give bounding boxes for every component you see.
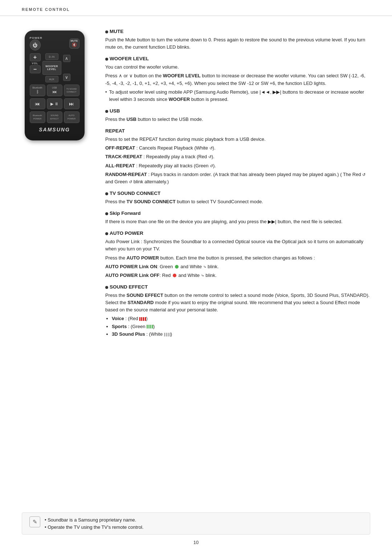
aux-label: AUX <box>49 78 54 81</box>
skip-forward-title: Skip Forward <box>110 210 141 216</box>
mute-label: MUTE <box>71 40 78 42</box>
note-icon: ✎ <box>29 516 40 527</box>
section-title: REMOTE CONTROL <box>22 7 70 12</box>
repeat-body: Press to set the REPEAT function during … <box>105 136 370 185</box>
next-button[interactable]: ⏭ <box>64 98 79 109</box>
woofer-callout-dot <box>105 58 108 61</box>
auto-power-callout-dot <box>105 232 108 235</box>
auto-power-desc: Press the AUTO POWER button. Each time t… <box>105 254 370 262</box>
note-item-1: • Soundbar is a Samsung proprietary name… <box>45 516 143 524</box>
remote-vol-row: + VOL − D.IN WOOFER LEVEL AUX <box>30 53 79 82</box>
woofer-up-button[interactable]: ∧ <box>63 55 70 62</box>
tv-sound-connect-button[interactable]: TV SOUND CONNECT <box>64 85 79 96</box>
sound-effect-text: Press the SOUND EFFECT button on the rem… <box>105 292 370 314</box>
page-header: REMOTE CONTROL <box>0 0 392 16</box>
auto-power-on: AUTO POWER Link ON: Green and White ⤷ bl… <box>105 263 370 270</box>
din-label: D.IN <box>49 56 55 58</box>
off-repeat-text: OFF-REPEAT : Cancels Repeat Playback (Wh… <box>105 144 370 152</box>
usb-title: USB <box>110 108 120 114</box>
usb-section: USB Press the USB button to select the U… <box>105 108 370 123</box>
woofer-arrows: ∧ ∨ <box>63 53 70 82</box>
track-repeat-text: TRACK-REPEAT : Repeatedly play a track (… <box>105 153 370 160</box>
mute-button[interactable]: MUTE 🔇 <box>69 38 79 49</box>
woofer-down-button[interactable]: ∨ <box>63 74 70 81</box>
voice-item: Voice : (Red ) <box>112 315 370 322</box>
auto-power-title: AUTO POWER <box>110 230 143 236</box>
play-pause-button[interactable]: ▶ ⏸ <box>47 98 62 109</box>
note-content: • Soundbar is a Samsung proprietary name… <box>45 516 143 531</box>
skip-forward-body: If there is more than one file on the de… <box>105 218 370 225</box>
usb-label: USB <box>52 86 57 89</box>
remote-power-row: POWER ⏻ MUTE 🔇 <box>30 36 79 50</box>
auto-power-off: AUTO POWER Link OFF: Red and White ⤷ bli… <box>105 272 370 279</box>
bluetooth-power-button[interactable]: Bluetooth POWER <box>30 111 45 123</box>
remote-bottom-row: Bluetooth POWER SOUND EFFECT AUTO POWER <box>30 111 79 123</box>
skip-forward-text: If there is more than one file on the de… <box>105 218 370 225</box>
vol-down-button[interactable]: − <box>30 65 41 73</box>
prev-button[interactable]: ⏮ <box>30 98 45 109</box>
bluetooth-label: Bluetooth <box>32 86 42 89</box>
mute-title: MUTE <box>110 29 123 34</box>
remote-center-col: D.IN WOOFER LEVEL AUX <box>42 53 61 82</box>
woofer-label: WOOFER <box>45 65 58 68</box>
tv-sound-label: TV SOUND <box>66 88 77 90</box>
auto-power-intro: Auto Power Link : Synchronizes the Sound… <box>105 238 370 253</box>
sports-item: Sports : (Green ) <box>112 323 370 330</box>
bluetooth-button[interactable]: Bluetooth ᛒ <box>30 85 45 96</box>
remote-column: POWER ⏻ MUTE 🔇 + VOL − D.IN <box>15 27 94 343</box>
tv-sound-text: Press the TV SOUND CONNECT button to sel… <box>105 198 370 205</box>
auto-power-button[interactable]: AUTO POWER <box>64 111 79 123</box>
random-repeat-text: RANDOM-REPEAT : Plays tracks in random o… <box>105 171 370 185</box>
all-repeat-text: ALL-REPEAT : Repeatedly play all tracks … <box>105 162 370 169</box>
sound-effect-title: SOUND EFFECT <box>110 284 148 290</box>
auto-power-body: Auto Power Link : Synchronizes the Sound… <box>105 238 370 279</box>
woofer-level-label: LEVEL <box>47 68 56 71</box>
usb-icon: ⏮ <box>52 89 57 94</box>
page-number: 10 <box>193 540 199 545</box>
page-footer: ✎ • Soundbar is a Samsung proprietary na… <box>0 512 392 545</box>
bt-power-line1: Bluetooth <box>33 114 42 117</box>
power-button[interactable]: ⏻ <box>30 40 41 50</box>
repeat-section: REPEAT Press to set the REPEAT function … <box>105 128 370 185</box>
tv-sound-body: Press the TV SOUND CONNECT button to sel… <box>105 198 370 205</box>
sound-effect-line1: SOUND <box>50 114 58 117</box>
remote-source-row: Bluetooth ᛒ USB ⏮ TV SOUND CONNECT <box>30 85 79 96</box>
vol-up-button[interactable]: + <box>30 53 41 61</box>
sound-effect-list: Voice : (Red ) Sports : (Green ) 3D Soun… <box>105 315 370 338</box>
auto-power-line2: POWER <box>68 118 76 120</box>
aux-button[interactable]: AUX <box>45 76 58 82</box>
note-box: ✎ • Soundbar is a Samsung proprietary na… <box>22 512 370 535</box>
note-item-2: • Operate the TV using the TV's remote c… <box>45 524 143 531</box>
sound-effect-line2: EFFECT <box>50 118 58 120</box>
woofer-desc: Press ∧ or ∨ button on the WOOFER LEVEL … <box>105 72 370 87</box>
usb-body: Press the USB button to select the USB m… <box>105 116 370 123</box>
repeat-intro: Press to set the REPEAT function during … <box>105 136 370 143</box>
auto-power-line1: AUTO <box>69 114 75 117</box>
usb-button[interactable]: USB ⏮ <box>47 85 62 96</box>
auto-power-section: AUTO POWER Auto Power Link : Synchronize… <box>105 230 370 279</box>
sound-3d-item: 3D Sound Plus : (White ) <box>112 331 370 338</box>
woofer-body: You can control the woofer volume. Press… <box>105 64 370 103</box>
skip-callout-dot <box>105 212 108 215</box>
woofer-section: WOOFER LEVEL You can control the woofer … <box>105 56 370 103</box>
skip-forward-section: Skip Forward If there is more than one f… <box>105 210 370 225</box>
tv-sound-title: TV SOUND CONNECT <box>110 191 160 196</box>
text-column: MUTE Push the Mute button to turn the vo… <box>105 27 370 343</box>
bt-power-line2: POWER <box>33 118 42 120</box>
bluetooth-icon: ᛒ <box>36 89 39 94</box>
remote-transport-row: ⏮ ▶ ⏸ ⏭ <box>30 98 79 109</box>
mute-text: Push the Mute button to turn the volume … <box>105 36 370 51</box>
mute-section: MUTE Push the Mute button to turn the vo… <box>105 29 370 51</box>
usb-callout-dot <box>105 110 108 113</box>
vol-label: VOL <box>32 62 38 65</box>
mute-body: Push the Mute button to turn the volume … <box>105 36 370 51</box>
samsung-logo: SAMSUNG <box>30 127 79 132</box>
woofer-level-button[interactable]: WOOFER LEVEL <box>42 61 61 75</box>
tv-sound-callout-dot <box>105 192 108 195</box>
woofer-bullet: To adjust woofer level using mobile APP … <box>105 89 370 103</box>
din-button[interactable]: D.IN <box>45 53 58 60</box>
usb-text: Press the USB button to select the USB m… <box>105 116 370 123</box>
sound-effect-body: Press the SOUND EFFECT button on the rem… <box>105 292 370 338</box>
sound-effect-button[interactable]: SOUND EFFECT <box>47 111 62 123</box>
remote-control: POWER ⏻ MUTE 🔇 + VOL − D.IN <box>25 30 85 140</box>
